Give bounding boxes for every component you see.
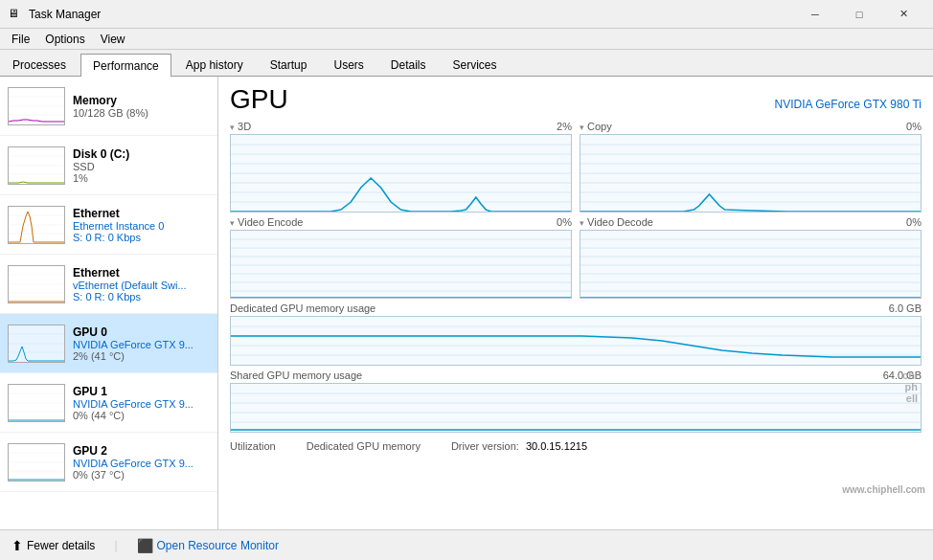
tab-processes[interactable]: Processes xyxy=(0,53,79,76)
disk-sub1: SSD xyxy=(73,161,210,172)
sidebar-item-gpu1[interactable]: GPU 1 NVIDIA GeForce GTX 9... 0% (44 °C) xyxy=(0,373,217,433)
tab-bar: Processes Performance App history Startu… xyxy=(0,50,933,77)
watermark-hell: ph xyxy=(902,381,918,392)
ethernet1-sub1: Ethernet Instance 0 xyxy=(73,220,210,232)
menu-file[interactable]: File xyxy=(4,31,37,48)
memory-name: Memory xyxy=(73,94,210,107)
chart-dedicated-value: 6.0 GB xyxy=(889,302,922,314)
chart-shared-section: Shared GPU memory usage 64.0 GB chi ph e… xyxy=(230,370,922,433)
title-bar: 🖥 Task Manager ─ □ ✕ xyxy=(0,0,933,29)
content-title: GPU xyxy=(230,84,288,115)
maximize-button[interactable]: □ xyxy=(837,0,881,29)
chart-dedicated-section: Dedicated GPU memory usage 6.0 GB xyxy=(230,302,922,366)
fewer-details-button[interactable]: ⬆ Fewer details xyxy=(8,536,99,555)
gpu0-sub1: NVIDIA GeForce GTX 9... xyxy=(73,339,210,350)
chart-3d-percent: 2% xyxy=(557,121,572,132)
chart-videodecode-percent: 0% xyxy=(906,216,922,228)
sidebar-item-ethernet1[interactable]: Ethernet Ethernet Instance 0 S: 0 R: 0 K… xyxy=(0,195,217,255)
memory-graph xyxy=(8,87,65,125)
stat-dedicated-label: Dedicated GPU memory xyxy=(307,440,421,452)
chart-videodecode-section: ▾ Video Decode 0% xyxy=(580,216,922,299)
ethernet1-graph xyxy=(8,206,65,244)
gpu1-val: 0% (44 °C) xyxy=(73,410,210,421)
stat-driver-value: 30.0.15.1215 xyxy=(526,440,587,452)
tab-startup[interactable]: Startup xyxy=(258,53,320,76)
tab-details[interactable]: Details xyxy=(378,53,439,76)
sidebar-item-gpu2[interactable]: GPU 2 NVIDIA GeForce GTX 9... 0% (37 °C) xyxy=(0,433,217,492)
gpu1-info: GPU 1 NVIDIA GeForce GTX 9... 0% (44 °C) xyxy=(73,385,210,421)
chart-shared-label: Shared GPU memory usage xyxy=(230,370,362,381)
resource-monitor-icon: ⬛ xyxy=(137,538,153,553)
stat-utilization-label: Utilization xyxy=(230,440,276,452)
gpu0-info: GPU 0 NVIDIA GeForce GTX 9... 2% (41 °C) xyxy=(73,325,210,362)
bottom-stats: Utilization Dedicated GPU memory Driver … xyxy=(230,437,922,456)
disk-graph xyxy=(8,146,65,185)
gpu0-val: 2% (41 °C) xyxy=(73,350,210,362)
chart-copy-percent: 0% xyxy=(906,121,922,132)
gpu2-info: GPU 2 NVIDIA GeForce GTX 9... 0% (37 °C) xyxy=(73,444,210,481)
sidebar-item-gpu0[interactable]: GPU 0 NVIDIA GeForce GTX 9... 2% (41 °C) xyxy=(0,314,217,373)
sidebar: Memory 10/128 GB (8%) Disk 0 (C:) SSD 1% xyxy=(0,77,218,529)
watermark-ell: ell xyxy=(902,392,918,404)
gpu0-name: GPU 0 xyxy=(73,325,210,339)
tab-app-history[interactable]: App history xyxy=(173,53,256,76)
gpu2-sub1: NVIDIA GeForce GTX 9... xyxy=(73,458,210,469)
chart-dedicated-label: Dedicated GPU memory usage xyxy=(230,302,375,314)
chart-shared-box xyxy=(230,383,922,433)
chart-videodecode-label: ▾ Video Decode xyxy=(580,216,653,228)
status-bar: ⬆ Fewer details | ⬛ Open Resource Monito… xyxy=(0,529,933,560)
content-subtitle: NVIDIA GeForce GTX 980 Ti xyxy=(775,98,922,111)
gpu2-name: GPU 2 xyxy=(73,444,210,458)
open-resource-monitor-button[interactable]: ⬛ Open Resource Monitor xyxy=(133,536,283,555)
chart-copy-label: ▾ Copy xyxy=(580,121,612,132)
chart-3d-section: ▾ 3D 2% xyxy=(230,121,572,213)
memory-info: Memory 10/128 GB (8%) xyxy=(73,94,210,119)
ethernet2-info: Ethernet vEthernet (Default Swi... S: 0 … xyxy=(73,266,210,302)
minimize-button[interactable]: ─ xyxy=(793,0,837,29)
title-bar-text: Task Manager xyxy=(29,8,793,21)
fewer-details-icon: ⬆ xyxy=(11,538,23,553)
chart-3d-box xyxy=(230,134,572,213)
gpu1-sub1: NVIDIA GeForce GTX 9... xyxy=(73,398,210,410)
ethernet2-name: Ethernet xyxy=(73,266,210,280)
main-layout: Memory 10/128 GB (8%) Disk 0 (C:) SSD 1% xyxy=(0,77,933,529)
chart-videoencode-section: ▾ Video Encode 0% xyxy=(230,216,572,299)
close-button[interactable]: ✕ xyxy=(881,0,925,29)
disk-info: Disk 0 (C:) SSD 1% xyxy=(73,147,210,184)
ethernet2-sub1: vEthernet (Default Swi... xyxy=(73,280,210,291)
gpu0-graph xyxy=(8,325,65,363)
stat-driver: Driver version: 30.0.15.1215 xyxy=(451,440,587,452)
app-icon: 🖥 xyxy=(8,7,23,22)
memory-val: 10/128 GB (8%) xyxy=(73,107,210,119)
content-panel: GPU NVIDIA GeForce GTX 980 Ti ▾ 3D 2% xyxy=(218,77,933,529)
stat-utilization: Utilization xyxy=(230,440,276,452)
tab-users[interactable]: Users xyxy=(321,53,375,76)
disk-val: 1% xyxy=(73,172,210,184)
stat-dedicated: Dedicated GPU memory xyxy=(307,440,421,452)
disk-name: Disk 0 (C:) xyxy=(73,147,210,161)
menu-view[interactable]: View xyxy=(93,31,133,48)
tab-performance[interactable]: Performance xyxy=(80,54,171,77)
content-header: GPU NVIDIA GeForce GTX 980 Ti xyxy=(230,84,922,115)
menu-bar: File Options View xyxy=(0,29,933,50)
chart-videoencode-percent: 0% xyxy=(557,216,572,228)
ethernet2-sub2: S: 0 R: 0 Kbps xyxy=(73,291,210,302)
chart-videodecode-box xyxy=(580,230,922,299)
gpu1-graph xyxy=(8,384,65,422)
ethernet2-graph xyxy=(8,265,65,303)
sidebar-item-disk[interactable]: Disk 0 (C:) SSD 1% xyxy=(0,136,217,195)
watermark-chip: chi xyxy=(902,370,918,381)
ethernet1-info: Ethernet Ethernet Instance 0 S: 0 R: 0 K… xyxy=(73,207,210,243)
menu-options[interactable]: Options xyxy=(37,31,92,48)
status-divider: | xyxy=(114,539,117,552)
tab-services[interactable]: Services xyxy=(441,53,510,76)
sidebar-item-ethernet2[interactable]: Ethernet vEthernet (Default Swi... S: 0 … xyxy=(0,255,217,314)
title-bar-controls: ─ □ ✕ xyxy=(793,0,925,29)
open-resource-monitor-link[interactable]: Open Resource Monitor xyxy=(157,539,279,552)
sidebar-item-memory[interactable]: Memory 10/128 GB (8%) xyxy=(0,77,217,136)
chart-videoencode-label: ▾ Video Encode xyxy=(230,216,303,228)
chart-dedicated-box xyxy=(230,316,922,366)
chart-copy-section: ▾ Copy 0% xyxy=(580,121,922,213)
chart-videoencode-box xyxy=(230,230,572,299)
chart-copy-box xyxy=(580,134,922,213)
